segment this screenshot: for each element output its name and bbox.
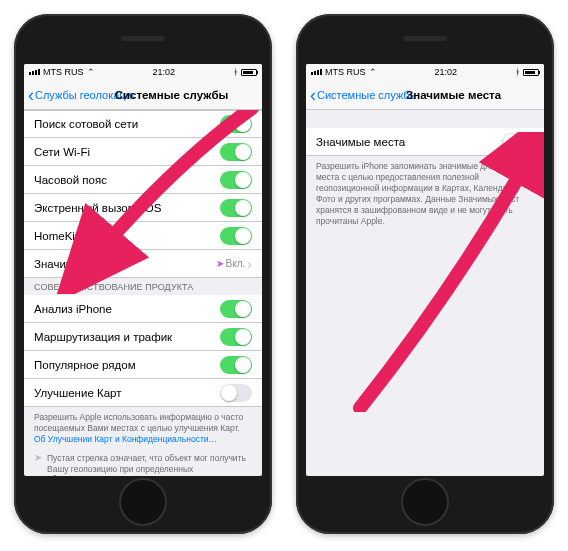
nav-title: Значимые места [406, 89, 501, 101]
toggle-switch[interactable] [220, 227, 252, 245]
nav-title: Системные службы [115, 89, 229, 101]
carrier-label: MTS RUS [43, 67, 84, 77]
legend-outline: ➤Пустая стрелка означает, что объект мог… [24, 450, 262, 476]
row-label: Улучшение Карт [34, 387, 220, 399]
row-label: Значимые места [316, 136, 502, 148]
row-detail: ➤ Вкл. [216, 258, 246, 269]
toggle-switch[interactable] [220, 115, 252, 133]
bluetooth-icon: ᚼ [233, 67, 238, 77]
signal-icon [311, 69, 322, 75]
row-wifi-networks[interactable]: Сети Wi-Fi [24, 138, 262, 166]
content-left[interactable]: Поиск сотовой сети Сети Wi-Fi Часовой по… [24, 110, 262, 476]
wifi-icon: ⌃ [87, 67, 95, 77]
toggle-switch[interactable] [220, 171, 252, 189]
bluetooth-icon: ᚼ [515, 67, 520, 77]
nav-bar: Службы геолокации Системные службы [24, 80, 262, 110]
content-right[interactable]: Значимые места Разрешить iPhone запомина… [306, 110, 544, 476]
nav-bar: Системные службы Значимые места [306, 80, 544, 110]
row-routing-traffic[interactable]: Маршрутизация и трафик [24, 323, 262, 351]
footer-link[interactable]: Об Улучшении Карт и Конфиденциальности… [34, 434, 217, 444]
row-cell-search[interactable]: Поиск сотовой сети [24, 110, 262, 138]
row-label: Поиск сотовой сети [34, 118, 220, 130]
footer-text: Разрешить Apple использовать информацию … [24, 407, 262, 450]
location-arrow-outline-icon: ➤ [34, 453, 42, 476]
phone-left: MTS RUS ⌃ 21:02 ᚼ Службы геолокации Сист… [14, 14, 272, 534]
battery-icon [241, 69, 257, 76]
clock: 21:02 [152, 67, 175, 77]
toggle-switch[interactable] [220, 300, 252, 318]
row-label: Значимые места [34, 258, 216, 270]
row-label: Экстренный вызов SOS [34, 202, 220, 214]
toggle-switch[interactable] [502, 133, 534, 151]
clock: 21:02 [434, 67, 457, 77]
location-arrow-icon: ➤ [216, 259, 224, 269]
toggle-switch[interactable] [220, 143, 252, 161]
row-significant-locations-toggle[interactable]: Значимые места [306, 128, 544, 156]
wifi-icon: ⌃ [369, 67, 377, 77]
toggle-switch[interactable] [220, 384, 252, 402]
status-bar: MTS RUS ⌃ 21:02 ᚼ [306, 64, 544, 80]
row-label: HomeKit [34, 230, 220, 242]
status-bar: MTS RUS ⌃ 21:02 ᚼ [24, 64, 262, 80]
battery-icon [523, 69, 539, 76]
row-improve-maps[interactable]: Улучшение Карт [24, 379, 262, 407]
row-timezone[interactable]: Часовой пояс [24, 166, 262, 194]
group-header-improvement: СОВЕРШЕНСТВОВАНИЕ ПРОДУКТА [24, 278, 262, 295]
chevron-right-icon: › [247, 257, 252, 271]
row-homekit[interactable]: HomeKit [24, 222, 262, 250]
toggle-switch[interactable] [220, 328, 252, 346]
row-label: Сети Wi-Fi [34, 146, 220, 158]
toggle-switch[interactable] [220, 199, 252, 217]
phone-right: MTS RUS ⌃ 21:02 ᚼ Системные службы Значи… [296, 14, 554, 534]
row-label: Маршрутизация и трафик [34, 331, 220, 343]
carrier-label: MTS RUS [325, 67, 366, 77]
row-label: Анализ iPhone [34, 303, 220, 315]
screen-left: MTS RUS ⌃ 21:02 ᚼ Службы геолокации Сист… [24, 64, 262, 476]
signal-icon [29, 69, 40, 75]
row-label: Популярное рядом [34, 359, 220, 371]
row-sos[interactable]: Экстренный вызов SOS [24, 194, 262, 222]
row-significant-locations[interactable]: Значимые места ➤ Вкл. › [24, 250, 262, 278]
back-button[interactable]: Системные службы [310, 89, 416, 101]
row-popular-nearby[interactable]: Популярное рядом [24, 351, 262, 379]
row-label: Часовой пояс [34, 174, 220, 186]
screen-right: MTS RUS ⌃ 21:02 ᚼ Системные службы Значи… [306, 64, 544, 476]
toggle-switch[interactable] [220, 356, 252, 374]
row-iphone-analytics[interactable]: Анализ iPhone [24, 295, 262, 323]
footer-description: Разрешить iPhone запоминать значимые для… [306, 156, 544, 232]
